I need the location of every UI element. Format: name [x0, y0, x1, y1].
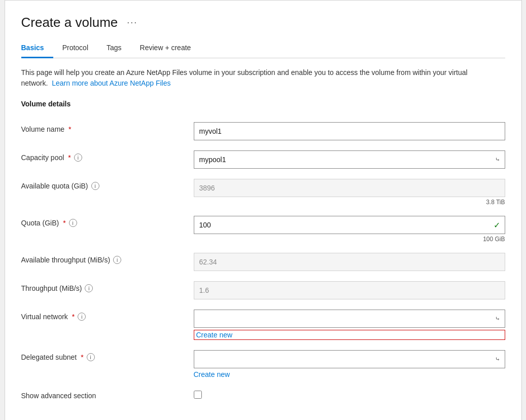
available-throughput-row: Available throughput (MiB/s) i 62.34	[21, 248, 505, 276]
tab-review-create[interactable]: Review + create	[131, 40, 200, 58]
virtual-network-select[interactable]	[194, 310, 505, 328]
virtual-network-required: *	[72, 313, 75, 321]
throughput-label: Throughput (MiB/s)	[21, 284, 82, 292]
quota-hint: 100 GiB	[194, 236, 505, 243]
form-grid: Volume name * Capacity pool * i mypool1 …	[21, 117, 505, 408]
delegated-subnet-create-new-link[interactable]: Create new	[194, 370, 505, 378]
volume-name-row: Volume name *	[21, 117, 505, 145]
show-advanced-row: Show advanced section	[21, 384, 505, 408]
page-container: Create a volume ··· Basics Protocol Tags…	[5, 0, 522, 420]
capacity-pool-label: Capacity pool	[21, 154, 64, 162]
delegated-subnet-row: Delegated subnet * i ⤷ Create new	[21, 345, 505, 384]
delegated-subnet-select-wrapper: ⤷	[194, 350, 505, 368]
volume-name-required: *	[68, 125, 71, 133]
available-quota-info-icon[interactable]: i	[91, 182, 99, 190]
quota-input-col: ✓ 100 GiB	[194, 216, 505, 243]
show-advanced-checkbox[interactable]	[194, 391, 202, 399]
section-title: Volume details	[21, 100, 505, 108]
title-row: Create a volume ···	[21, 15, 505, 30]
quota-label-col: Quota (GiB) * i	[21, 216, 194, 227]
tab-protocol[interactable]: Protocol	[53, 40, 97, 58]
delegated-subnet-required: *	[81, 353, 83, 361]
volume-name-input-col	[194, 122, 505, 140]
tab-tags[interactable]: Tags	[97, 40, 131, 58]
learn-more-link[interactable]: Learn more about Azure NetApp Files	[52, 79, 170, 87]
available-throughput-value: 62.34	[194, 253, 505, 271]
available-quota-label-col: Available quota (GiB) i	[21, 179, 194, 190]
quota-required: *	[63, 219, 65, 227]
ellipsis-button[interactable]: ···	[125, 16, 139, 29]
available-quota-row: Available quota (GiB) i 3896 3.8 TiB	[21, 174, 505, 211]
capacity-pool-info-icon[interactable]: i	[74, 154, 82, 162]
delegated-subnet-select[interactable]	[194, 350, 505, 368]
throughput-input-col: 1.6	[194, 281, 505, 299]
volume-name-label: Volume name	[21, 125, 65, 133]
throughput-label-col: Throughput (MiB/s) i	[21, 281, 194, 292]
delegated-subnet-input-col: ⤷ Create new	[194, 350, 505, 378]
tabs-bar: Basics Protocol Tags Review + create	[21, 40, 505, 58]
available-throughput-info-icon[interactable]: i	[113, 256, 121, 264]
tab-basics[interactable]: Basics	[21, 40, 53, 58]
capacity-pool-row: Capacity pool * i mypool1 ⤷	[21, 145, 505, 174]
capacity-pool-input-col: mypool1 ⤷	[194, 150, 505, 169]
quota-input-wrapper: ✓	[194, 216, 505, 234]
quota-label: Quota (GiB)	[21, 219, 59, 227]
throughput-value: 1.6	[194, 281, 505, 299]
available-throughput-label-col: Available throughput (MiB/s) i	[21, 253, 194, 264]
capacity-pool-select[interactable]: mypool1	[194, 150, 505, 169]
available-quota-label: Available quota (GiB)	[21, 182, 88, 190]
delegated-subnet-label: Delegated subnet	[21, 353, 77, 361]
virtual-network-select-wrapper: ⤷	[194, 310, 505, 328]
virtual-network-row: Virtual network * i ⤷ Create new	[21, 304, 505, 345]
quota-info-icon[interactable]: i	[69, 219, 77, 227]
page-title: Create a volume	[21, 15, 118, 30]
virtual-network-label-col: Virtual network * i	[21, 310, 194, 321]
throughput-row: Throughput (MiB/s) i 1.6	[21, 276, 505, 304]
show-advanced-input-col	[194, 389, 505, 399]
show-advanced-label: Show advanced section	[21, 392, 96, 400]
delegated-subnet-label-col: Delegated subnet * i	[21, 350, 194, 361]
volume-name-input[interactable]	[194, 122, 505, 140]
virtual-network-create-new-link[interactable]: Create new	[194, 330, 505, 340]
available-quota-value: 3896	[194, 179, 505, 197]
quota-input[interactable]	[194, 216, 505, 234]
volume-name-label-col: Volume name *	[21, 122, 194, 133]
available-throughput-input-col: 62.34	[194, 253, 505, 271]
description-text: This page will help you create an Azure …	[21, 67, 488, 89]
virtual-network-input-col: ⤷ Create new	[194, 310, 505, 340]
virtual-network-label: Virtual network	[21, 313, 68, 321]
available-quota-hint: 3.8 TiB	[194, 199, 505, 206]
throughput-info-icon[interactable]: i	[85, 284, 93, 292]
show-advanced-label-col: Show advanced section	[21, 389, 194, 400]
virtual-network-info-icon[interactable]: i	[78, 313, 86, 321]
capacity-pool-label-col: Capacity pool * i	[21, 150, 194, 162]
quota-row: Quota (GiB) * i ✓ 100 GiB	[21, 211, 505, 248]
delegated-subnet-info-icon[interactable]: i	[87, 353, 95, 361]
capacity-pool-required: *	[68, 154, 71, 162]
available-throughput-label: Available throughput (MiB/s)	[21, 256, 111, 264]
available-quota-input-col: 3896 3.8 TiB	[194, 179, 505, 206]
capacity-pool-select-wrapper: mypool1 ⤷	[194, 150, 505, 169]
